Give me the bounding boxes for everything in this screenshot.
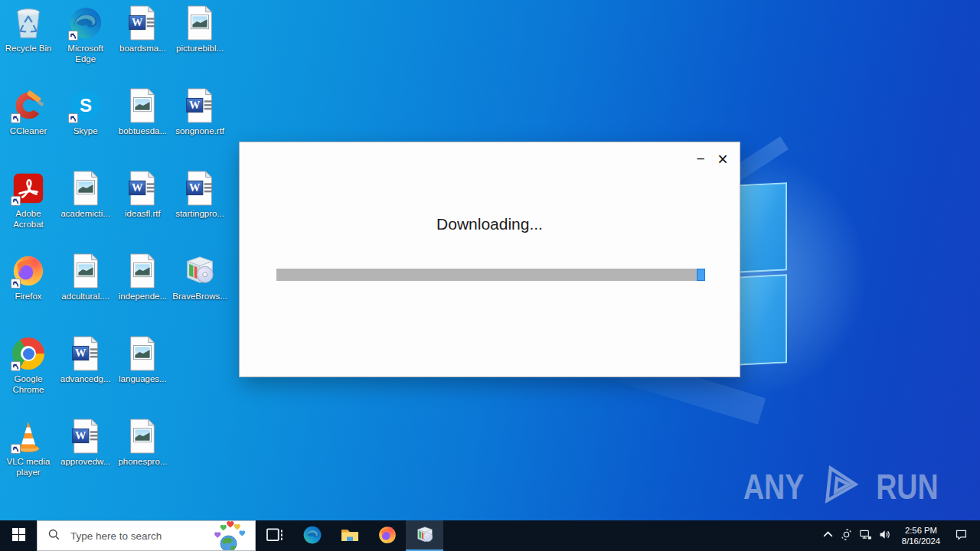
image-icon	[125, 88, 160, 123]
taskbar-installer-button-active[interactable]	[406, 520, 443, 551]
downloading-status-text: Downloading...	[240, 215, 740, 233]
action-center-button[interactable]	[948, 520, 974, 551]
watermark-text-run: RUN	[876, 468, 938, 504]
desktop-icon-grid: Recycle Bin Microsoft Edge W boardsma...	[0, 0, 245, 520]
system-tray: 2:56 PM 8/16/2024	[818, 520, 980, 551]
desktop-icon-label: Recycle Bin	[5, 43, 52, 54]
windows-logo-pane-bottom	[737, 274, 787, 365]
desktop-icon-picturebibl-image[interactable]: picturebibl...	[172, 5, 228, 54]
download-progress-bar	[276, 269, 705, 281]
desktop-icon-bobtuesda-image[interactable]: bobtuesda...	[114, 87, 171, 136]
desktop-icon-microsoft-edge[interactable]: Microsoft Edge	[57, 5, 114, 64]
desktop-icon-academicti-image[interactable]: academicti...	[57, 170, 114, 219]
desktop-icon-recycle-bin[interactable]: Recycle Bin	[0, 5, 57, 54]
taskbar-search-box[interactable]	[37, 520, 256, 551]
desktop-icon-label: BraveBrows...	[172, 291, 227, 302]
desktop-icon-vlc-media-player[interactable]: VLC media player	[0, 418, 57, 478]
desktop-icon-startingpro-doc[interactable]: W startingpro...	[172, 170, 228, 219]
desktop-icon-label: startingpro...	[175, 208, 224, 219]
desktop-icon-advancedg-doc[interactable]: W advancedg...	[57, 335, 114, 384]
desktop-icon-ideasfl-rtf[interactable]: W ideasfl.rtf	[114, 170, 171, 219]
shortcut-arrow-icon	[11, 361, 21, 371]
search-highlight-globe-icon[interactable]	[207, 521, 250, 550]
desktop-icon-phonespro-image[interactable]: phonespro...	[114, 418, 171, 467]
desktop-icon-label: academicti...	[60, 208, 110, 219]
recycle-bin-icon	[11, 5, 46, 41]
desktop-icon-languages-image[interactable]: languages...	[114, 335, 171, 384]
windows-start-icon	[11, 527, 26, 544]
desktop-icon-label: ideasfl.rtf	[125, 208, 161, 219]
network-button[interactable]	[856, 520, 875, 551]
image-icon	[125, 419, 160, 454]
taskbar-clock[interactable]: 2:56 PM 8/16/2024	[894, 525, 948, 546]
desktop-icon-adobe-acrobat[interactable]: Adobe Acrobat	[0, 170, 57, 230]
downloading-dialog: − × Downloading...	[239, 142, 740, 377]
desktop-icon-label: bobtuesda...	[119, 126, 167, 136]
clock-date: 8/16/2024	[894, 536, 948, 546]
volume-button[interactable]	[875, 520, 894, 551]
image-icon	[182, 5, 217, 41]
shortcut-arrow-icon	[11, 113, 21, 123]
windows-logo	[737, 182, 787, 365]
desktop-icon-firefox[interactable]: Firefox	[0, 253, 57, 302]
desktop-icon-label: picturebibl...	[176, 43, 224, 54]
svg-text:W: W	[189, 99, 201, 111]
shortcut-arrow-icon	[11, 279, 21, 289]
desktop-icon-label: independe...	[119, 291, 167, 302]
image-icon	[125, 336, 160, 371]
desktop-icon-label: songnone.rtf	[175, 126, 224, 136]
shortcut-arrow-icon	[68, 113, 78, 123]
task-view-icon	[265, 525, 285, 547]
search-icon	[47, 528, 60, 544]
word-icon: W	[68, 336, 103, 371]
desktop-icon-ccleaner[interactable]: CCleaner	[0, 87, 57, 136]
taskbar: 2:56 PM 8/16/2024	[0, 520, 980, 551]
shortcut-arrow-icon	[11, 444, 21, 454]
desktop-icon-approvedw-doc[interactable]: W approvedw...	[57, 418, 114, 467]
word-icon: W	[125, 171, 160, 206]
camera-icon	[840, 528, 853, 543]
taskbar-edge-button[interactable]	[293, 520, 331, 551]
firefox-icon	[377, 525, 397, 547]
svg-text:W: W	[189, 181, 201, 194]
desktop-icon-label: languages...	[119, 373, 167, 384]
word-icon: W	[182, 88, 217, 123]
close-button[interactable]: ×	[714, 142, 740, 176]
desktop-icon-songnone-rtf[interactable]: W songnone.rtf	[172, 87, 228, 136]
minimize-button[interactable]: −	[688, 142, 714, 176]
svg-text:W: W	[132, 181, 144, 194]
desktop-icon-label: boardsma...	[119, 43, 166, 54]
word-icon: W	[68, 419, 103, 454]
progress-marquee-block	[697, 269, 705, 281]
desktop-icon-label: approvedw...	[60, 456, 110, 467]
anyrun-watermark: ANY RUN	[736, 464, 946, 508]
action-center-icon	[955, 528, 968, 543]
image-icon	[68, 171, 103, 206]
desktop-icon-google-chrome[interactable]: Google Chrome	[0, 335, 57, 395]
clock-time: 2:56 PM	[894, 525, 948, 536]
show-hidden-icons-button[interactable]	[818, 520, 837, 551]
installer-box-icon	[415, 525, 435, 547]
windows-logo-pane-top	[737, 182, 787, 272]
meet-now-button[interactable]	[837, 520, 856, 551]
start-button[interactable]	[0, 520, 37, 551]
search-input[interactable]	[69, 530, 194, 543]
svg-text:S: S	[80, 95, 92, 116]
image-icon	[125, 253, 160, 289]
microsoft-edge-icon	[302, 525, 322, 547]
desktop-icon-boardsma-doc[interactable]: W boardsma...	[114, 5, 171, 54]
network-icon	[859, 528, 872, 543]
desktop-icon-skype[interactable]: S Skype	[57, 87, 114, 136]
desktop-icon-adcultural-image[interactable]: adcultural....	[57, 253, 114, 302]
desktop-icon-bravebrowser-installer[interactable]: BraveBrows...	[172, 253, 228, 302]
desktop-icon-independe-image[interactable]: independe...	[114, 253, 171, 302]
taskbar-firefox-button[interactable]	[368, 520, 406, 551]
windows-desktop-screen: ANY RUN Recycle Bin	[0, 0, 980, 551]
speaker-icon	[878, 528, 891, 543]
shortcut-arrow-icon	[68, 31, 78, 41]
taskbar-file-explorer-button[interactable]	[331, 520, 368, 551]
word-icon: W	[125, 5, 160, 41]
task-view-button[interactable]	[256, 520, 293, 551]
svg-text:W: W	[75, 347, 87, 359]
desktop-icon-label: Google Chrome	[0, 373, 57, 395]
